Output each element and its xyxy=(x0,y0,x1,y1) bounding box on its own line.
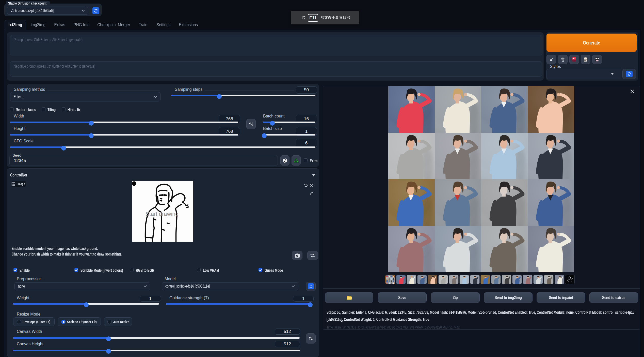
svg-text:Start drawing: Start drawing xyxy=(146,211,179,217)
